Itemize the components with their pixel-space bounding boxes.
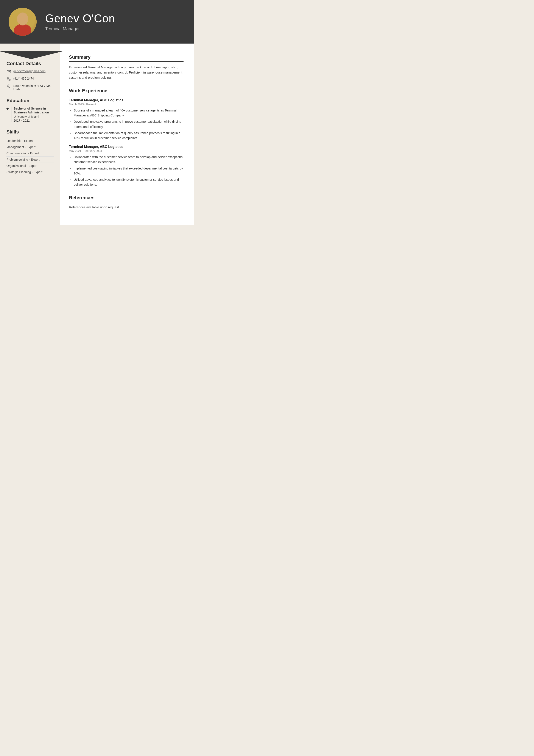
- summary-text: Experienced Terminal Manager with a prov…: [69, 65, 184, 80]
- job-bullet-0-1: Developed innovative programs to improve…: [74, 119, 184, 129]
- candidate-name: Genev O'Con: [45, 12, 115, 25]
- skill-item: Strategic Planning - Expert: [7, 169, 54, 175]
- job-title-0: Terminal Manager, ABC Logistics: [69, 98, 184, 102]
- body: Contact Details genevo'con@gmail.com (91…: [0, 43, 194, 225]
- contact-section-title: Contact Details: [7, 61, 54, 67]
- job-bullet-1-1: Implemented cost-saving initiatives that…: [74, 166, 184, 176]
- avatar: [9, 8, 37, 36]
- edu-school: University of Miami: [13, 115, 54, 119]
- references-section: References References available upon req…: [69, 195, 184, 209]
- contact-email-item: genevo'con@gmail.com: [7, 69, 54, 74]
- candidate-title: Terminal Manager: [45, 26, 115, 31]
- job-bullet-1-2: Utilized advanced analytics to identify …: [74, 177, 184, 187]
- email-value[interactable]: genevo'con@gmail.com: [13, 69, 45, 73]
- work-section: Work Experience Terminal Manager, ABC Lo…: [69, 88, 184, 187]
- jobs-list: Terminal Manager, ABC LogisticsMarch 202…: [69, 98, 184, 187]
- job-dates-0: March 2023 - Present: [69, 103, 184, 106]
- skills-list: Leadership - ExpertManagement - ExpertCo…: [7, 138, 54, 175]
- job-bullets-1: Collaborated with the customer service t…: [69, 155, 184, 187]
- contact-address-item: South Valentin, 67173-7235, Utah: [7, 84, 54, 91]
- location-icon: [7, 84, 11, 89]
- skill-item: Leadership - Expert: [7, 138, 54, 144]
- job-bullet-0-2: Spearheaded the implementation of qualit…: [74, 131, 184, 141]
- job-bullet-1-0: Collaborated with the customer service t…: [74, 155, 184, 165]
- work-title: Work Experience: [69, 88, 184, 95]
- references-title: References: [69, 195, 184, 202]
- skill-item: Organizational - Expert: [7, 163, 54, 169]
- skill-item: Problem-solving - Expert: [7, 156, 54, 163]
- skills-section-title: Skills: [7, 129, 54, 135]
- main-content: Summary Experienced Terminal Manager wit…: [60, 43, 194, 225]
- skills-section: Skills Leadership - ExpertManagement - E…: [7, 129, 54, 175]
- phone-value: (914) 436 2474: [13, 77, 34, 80]
- contact-section: Contact Details genevo'con@gmail.com (91…: [7, 61, 54, 91]
- skill-item: Management - Expert: [7, 144, 54, 150]
- education-section-title: Education: [7, 98, 54, 103]
- skill-item: Communication - Expert: [7, 150, 54, 156]
- phone-icon: [7, 77, 11, 82]
- edu-years: 2017 - 2021: [13, 119, 54, 122]
- summary-section: Summary Experienced Terminal Manager wit…: [69, 54, 184, 80]
- job-0: Terminal Manager, ABC LogisticsMarch 202…: [69, 98, 184, 141]
- edu-bullet: [7, 108, 9, 110]
- svg-point-1: [9, 86, 9, 87]
- job-bullets-0: Successfully managed a team of 40+ custo…: [69, 108, 184, 141]
- job-title-1: Terminal Manager, ABC Logistics: [69, 145, 184, 149]
- edu-content: Bachelor of Science in Business Administ…: [11, 107, 54, 122]
- edu-degree: Bachelor of Science in Business Administ…: [13, 107, 54, 114]
- address-value: South Valentin, 67173-7235, Utah: [13, 84, 54, 91]
- education-item: Bachelor of Science in Business Administ…: [7, 107, 54, 122]
- contact-phone-item: (914) 436 2474: [7, 77, 54, 82]
- job-1: Terminal Manager, ABC LogisticsMay 2021 …: [69, 145, 184, 187]
- summary-title: Summary: [69, 54, 184, 62]
- job-bullet-0-0: Successfully managed a team of 40+ custo…: [74, 108, 184, 118]
- email-icon: [7, 69, 11, 74]
- job-dates-1: May 2021 - February 2023: [69, 149, 184, 152]
- sidebar: Contact Details genevo'con@gmail.com (91…: [0, 43, 60, 225]
- header-text: Genev O'Con Terminal Manager: [45, 12, 115, 31]
- education-section: Education Bachelor of Science in Busines…: [7, 98, 54, 122]
- header: Genev O'Con Terminal Manager: [0, 0, 194, 43]
- references-text: References available upon request: [69, 205, 184, 209]
